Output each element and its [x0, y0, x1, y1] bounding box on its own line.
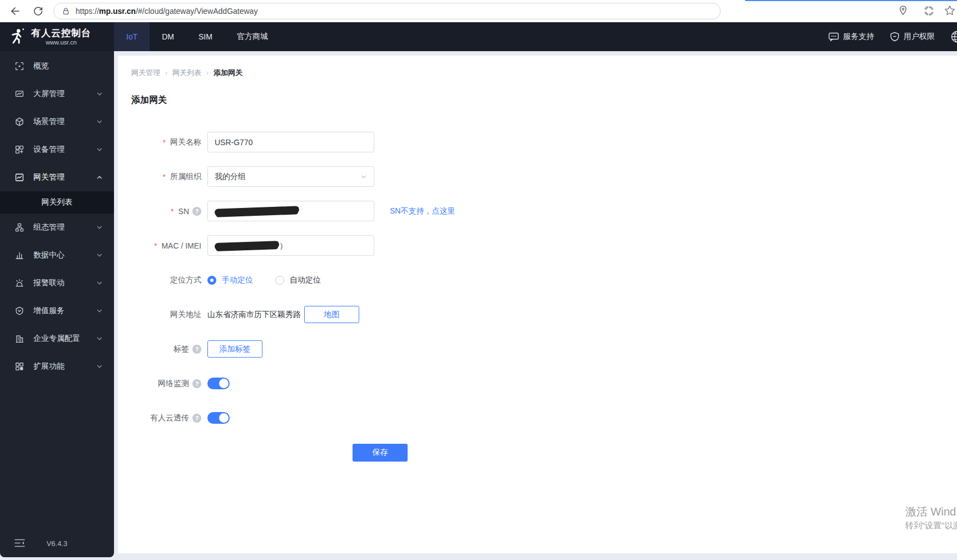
sidebar-item-value-added[interactable]: 增值服务 — [0, 297, 114, 325]
extend-icon — [14, 361, 24, 371]
positioning-row: 定位方式 手动定位 自动定位 — [131, 270, 944, 290]
radio-selected-icon — [207, 276, 216, 285]
chat-icon — [829, 32, 839, 42]
gateway-address-label: 网关地址 — [170, 310, 201, 320]
gateway-name-input[interactable]: USR-G770 — [207, 132, 374, 152]
network-monitor-row: 网络监测 ? — [131, 373, 944, 394]
network-monitor-toggle[interactable] — [207, 378, 230, 389]
organization-select[interactable]: 我的分组 — [207, 166, 374, 187]
organization-label: 所属组织 — [170, 172, 201, 182]
map-button[interactable]: 地图 — [304, 306, 359, 323]
cloud-passthrough-row: 有人云透传 ? — [131, 408, 944, 428]
sidebar-item-data-center[interactable]: 数据中心 — [0, 241, 114, 269]
hmi-config-icon — [14, 222, 24, 232]
gateway-name-row: *网关名称 USR-G770 — [131, 132, 944, 152]
sidebar-item-enterprise-config[interactable]: 企业专属配置 — [0, 325, 114, 353]
breadcrumb-separator: › — [206, 69, 209, 77]
cloud-passthrough-label: 有人云透传 — [150, 413, 189, 423]
sidebar: 概览 大屏管理 场景管理 设备管理 网关管理 网关列表 组态管理 — [0, 51, 114, 557]
favorite-star-icon[interactable] — [944, 5, 956, 17]
top-navbar: 有人云控制台 www.usr.cn IoT DM SIM 官方商城 服务支持 用… — [0, 22, 957, 51]
sidebar-item-big-screen[interactable]: 大屏管理 — [0, 80, 114, 108]
chevron-down-icon — [96, 118, 103, 125]
language-globe[interactable] — [950, 30, 957, 43]
sn-row: * SN ? SN不支持，点这里 — [131, 201, 944, 221]
address-bar[interactable]: https://mp.usr.cn/#/cloud/gateway/ViewAd… — [53, 3, 721, 19]
gateway-address-row: 网关地址 山东省济南市历下区颖秀路 地图 — [131, 304, 944, 325]
tags-help-icon[interactable]: ? — [192, 345, 201, 354]
redacted-mac-value — [215, 241, 279, 250]
required-mark: * — [163, 138, 166, 147]
page-title: 添加网关 — [131, 95, 944, 106]
network-monitor-help-icon[interactable]: ? — [192, 379, 201, 388]
redacted-sn-value — [215, 206, 299, 216]
sn-input[interactable] — [207, 201, 374, 221]
device-icon — [14, 145, 24, 155]
window-accent-line — [745, 0, 957, 1]
tab-dm[interactable]: DM — [150, 22, 186, 51]
sn-not-supported-link[interactable]: SN不支持，点这里 — [390, 206, 455, 216]
add-gateway-form: *网关名称 USR-G770 *所属组织 我的分组 * SN ? SN不支持，点… — [131, 132, 944, 463]
browser-reload-button[interactable] — [31, 4, 44, 18]
sn-label: SN — [178, 207, 189, 216]
windows-activation-watermark: 激活 Wind 转到"设置"以激 — [905, 504, 957, 532]
sidebar-item-alarm[interactable]: 报警联动 — [0, 269, 114, 297]
shield-icon — [890, 32, 900, 42]
toggle-knob — [219, 379, 229, 388]
chevron-up-icon — [96, 174, 103, 181]
browser-back-button[interactable] — [8, 4, 21, 18]
value-added-icon — [14, 306, 24, 316]
product-tabs: IoT DM SIM 官方商城 — [114, 22, 280, 51]
radio-manual-positioning[interactable]: 手动定位 — [207, 275, 253, 285]
gateway-name-label: 网关名称 — [170, 137, 201, 147]
cloud-passthrough-help-icon[interactable]: ? — [192, 414, 201, 423]
usr-person-logo-icon — [8, 27, 27, 47]
tags-row: 标签 ? 添加标签 — [131, 339, 944, 359]
sidebar-item-hmi-config[interactable]: 组态管理 — [0, 214, 114, 241]
app-title: 有人云控制台 — [31, 28, 91, 39]
chevron-down-icon — [96, 91, 103, 97]
mac-imei-input[interactable]: ) — [207, 235, 374, 256]
cloud-passthrough-toggle[interactable] — [207, 412, 230, 424]
user-permissions[interactable]: 用户权限 — [890, 32, 935, 42]
mac-imei-row: *MAC / IMEI ) — [131, 235, 944, 256]
app-version: V6.4.3 — [0, 539, 114, 548]
breadcrumb-gateway-list[interactable]: 网关列表 — [172, 68, 201, 78]
app-subtitle: www.usr.cn — [31, 39, 91, 46]
location-pin-icon[interactable] — [898, 5, 910, 17]
chevron-down-icon — [96, 335, 103, 342]
enterprise-icon — [14, 334, 24, 344]
tab-iot[interactable]: IoT — [114, 22, 150, 51]
chevron-down-icon — [96, 224, 103, 231]
sidebar-item-overview[interactable]: 概览 — [0, 52, 114, 80]
extension-pinwheel-icon[interactable] — [923, 5, 935, 17]
service-support[interactable]: 服务支持 — [829, 32, 874, 42]
breadcrumb: 网关管理 › 网关列表 › 添加网关 — [131, 68, 944, 78]
chevron-down-icon — [96, 252, 103, 259]
main-content: 网关管理 › 网关列表 › 添加网关 添加网关 *网关名称 USR-G770 *… — [118, 56, 957, 553]
radio-unselected-icon — [275, 276, 284, 285]
gateway-icon — [14, 172, 24, 182]
data-center-icon — [14, 250, 24, 260]
sidebar-subitem-gateway-list[interactable]: 网关列表 — [0, 191, 114, 214]
radio-auto-positioning[interactable]: 自动定位 — [275, 275, 321, 285]
tab-official-mall[interactable]: 官方商城 — [225, 22, 280, 51]
breadcrumb-gateway-mgmt[interactable]: 网关管理 — [131, 68, 160, 78]
sidebar-item-scene[interactable]: 场景管理 — [0, 108, 114, 136]
sidebar-item-gateway[interactable]: 网关管理 — [0, 163, 114, 191]
sidebar-item-device[interactable]: 设备管理 — [0, 136, 114, 163]
network-monitor-label: 网络监测 — [158, 379, 189, 389]
chevron-down-icon — [96, 280, 103, 286]
sidebar-item-extend[interactable]: 扩展功能 — [0, 353, 114, 380]
logo[interactable]: 有人云控制台 www.usr.cn — [0, 22, 114, 51]
lock-icon — [62, 7, 70, 16]
sn-help-icon[interactable]: ? — [192, 207, 201, 216]
scene-icon — [14, 117, 24, 127]
overview-icon — [14, 61, 24, 71]
tab-sim[interactable]: SIM — [186, 22, 225, 51]
required-mark: * — [171, 207, 173, 216]
required-mark: * — [154, 241, 157, 250]
browser-chrome: https://mp.usr.cn/#/cloud/gateway/ViewAd… — [0, 0, 957, 22]
add-tag-button[interactable]: 添加标签 — [207, 340, 262, 358]
save-button[interactable]: 保存 — [353, 444, 408, 462]
